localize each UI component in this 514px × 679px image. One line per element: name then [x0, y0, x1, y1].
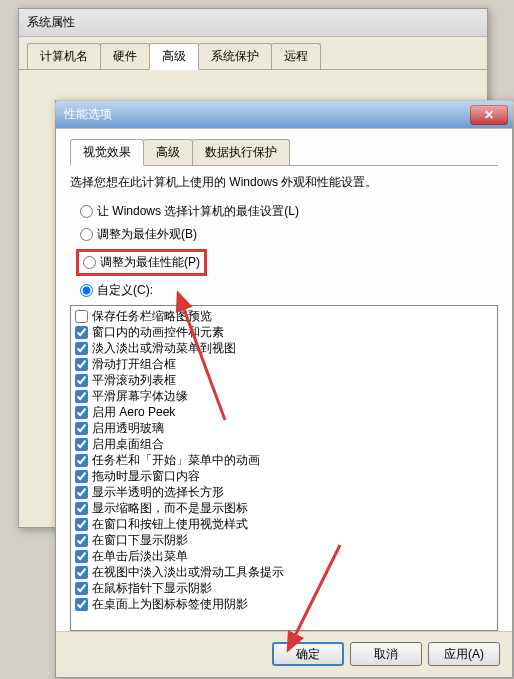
- perf-description: 选择您想在此计算机上使用的 Windows 外观和性能设置。: [70, 174, 498, 191]
- effect-item[interactable]: 在视图中淡入淡出或滑动工具条提示: [73, 564, 495, 580]
- effect-item[interactable]: 启用透明玻璃: [73, 420, 495, 436]
- sysprop-titlebar: 系统属性: [19, 9, 487, 37]
- effect-checkbox[interactable]: [75, 502, 88, 515]
- effect-label: 在窗口下显示阴影: [92, 532, 188, 548]
- dialog-button-row: 确定 取消 应用(A): [56, 631, 512, 676]
- effect-label: 在单击后淡出菜单: [92, 548, 188, 564]
- effect-label: 启用透明玻璃: [92, 420, 164, 436]
- effect-label: 窗口内的动画控件和元素: [92, 324, 224, 340]
- effect-label: 拖动时显示窗口内容: [92, 468, 200, 484]
- effect-checkbox[interactable]: [75, 374, 88, 387]
- effect-label: 任务栏和「开始」菜单中的动画: [92, 452, 260, 468]
- radio-custom-label: 自定义(C):: [97, 282, 153, 299]
- effect-checkbox[interactable]: [75, 598, 88, 611]
- tab-computer-name[interactable]: 计算机名: [27, 43, 101, 69]
- radio-custom-input[interactable]: [80, 284, 93, 297]
- radio-best-performance-label: 调整为最佳性能(P): [100, 254, 200, 271]
- effects-checklist[interactable]: 保存任务栏缩略图预览窗口内的动画控件和元素淡入淡出或滑动菜单到视图滑动打开组合框…: [70, 305, 498, 631]
- effect-checkbox[interactable]: [75, 390, 88, 403]
- effect-checkbox[interactable]: [75, 454, 88, 467]
- perf-title: 性能选项: [64, 106, 112, 123]
- effect-checkbox[interactable]: [75, 406, 88, 419]
- effect-checkbox[interactable]: [75, 518, 88, 531]
- effect-checkbox[interactable]: [75, 550, 88, 563]
- radio-let-windows-label: 让 Windows 选择计算机的最佳设置(L): [97, 203, 299, 220]
- effect-label: 平滑滚动列表框: [92, 372, 176, 388]
- effect-label: 滑动打开组合框: [92, 356, 176, 372]
- effect-label: 在鼠标指针下显示阴影: [92, 580, 212, 596]
- radio-best-appearance-input[interactable]: [80, 228, 93, 241]
- effect-item[interactable]: 平滑屏幕字体边缘: [73, 388, 495, 404]
- effect-item[interactable]: 在桌面上为图标标签使用阴影: [73, 596, 495, 612]
- effect-item[interactable]: 任务栏和「开始」菜单中的动画: [73, 452, 495, 468]
- effect-checkbox[interactable]: [75, 582, 88, 595]
- effect-checkbox[interactable]: [75, 486, 88, 499]
- effect-label: 显示缩略图，而不是显示图标: [92, 500, 248, 516]
- effect-checkbox[interactable]: [75, 342, 88, 355]
- tab-remote[interactable]: 远程: [271, 43, 321, 69]
- effect-label: 在视图中淡入淡出或滑动工具条提示: [92, 564, 284, 580]
- tab-hardware[interactable]: 硬件: [100, 43, 150, 69]
- effect-label: 在窗口和按钮上使用视觉样式: [92, 516, 248, 532]
- perf-content: 视觉效果 高级 数据执行保护 选择您想在此计算机上使用的 Windows 外观和…: [56, 129, 512, 631]
- highlight-best-performance: 调整为最佳性能(P): [76, 249, 207, 276]
- radio-custom[interactable]: 自定义(C):: [70, 282, 498, 299]
- ok-button[interactable]: 确定: [272, 642, 344, 666]
- effect-label: 平滑屏幕字体边缘: [92, 388, 188, 404]
- effect-item[interactable]: 滑动打开组合框: [73, 356, 495, 372]
- close-button[interactable]: ✕: [470, 105, 508, 125]
- sysprop-tabs: 计算机名 硬件 高级 系统保护 远程: [19, 37, 487, 70]
- tab-system-protection[interactable]: 系统保护: [198, 43, 272, 69]
- effect-item[interactable]: 启用 Aero Peek: [73, 404, 495, 420]
- effect-checkbox[interactable]: [75, 438, 88, 451]
- effect-label: 在桌面上为图标标签使用阴影: [92, 596, 248, 612]
- radio-best-appearance[interactable]: 调整为最佳外观(B): [70, 226, 498, 243]
- effect-item[interactable]: 窗口内的动画控件和元素: [73, 324, 495, 340]
- effect-item[interactable]: 显示半透明的选择长方形: [73, 484, 495, 500]
- effect-label: 显示半透明的选择长方形: [92, 484, 224, 500]
- cancel-button[interactable]: 取消: [350, 642, 422, 666]
- effect-checkbox[interactable]: [75, 422, 88, 435]
- radio-let-windows-input[interactable]: [80, 205, 93, 218]
- effect-item[interactable]: 在鼠标指针下显示阴影: [73, 580, 495, 596]
- subtab-dep[interactable]: 数据执行保护: [192, 139, 290, 165]
- effect-checkbox[interactable]: [75, 326, 88, 339]
- subtab-advanced[interactable]: 高级: [143, 139, 193, 165]
- effect-item[interactable]: 拖动时显示窗口内容: [73, 468, 495, 484]
- tab-advanced[interactable]: 高级: [149, 43, 199, 70]
- effect-item[interactable]: 启用桌面组合: [73, 436, 495, 452]
- subtab-visual-effects[interactable]: 视觉效果: [70, 139, 144, 166]
- effect-item[interactable]: 在窗口下显示阴影: [73, 532, 495, 548]
- effect-label: 保存任务栏缩略图预览: [92, 308, 212, 324]
- effect-checkbox[interactable]: [75, 358, 88, 371]
- effect-item[interactable]: 平滑滚动列表框: [73, 372, 495, 388]
- effect-label: 淡入淡出或滑动菜单到视图: [92, 340, 236, 356]
- radio-best-performance-input[interactable]: [83, 256, 96, 269]
- perf-subtabs: 视觉效果 高级 数据执行保护: [70, 139, 498, 166]
- close-icon: ✕: [484, 108, 494, 122]
- effect-checkbox[interactable]: [75, 310, 88, 323]
- effect-checkbox[interactable]: [75, 534, 88, 547]
- effect-item[interactable]: 显示缩略图，而不是显示图标: [73, 500, 495, 516]
- sysprop-title: 系统属性: [27, 14, 75, 31]
- effect-item[interactable]: 在单击后淡出菜单: [73, 548, 495, 564]
- apply-button[interactable]: 应用(A): [428, 642, 500, 666]
- performance-options-window: 性能选项 ✕ 视觉效果 高级 数据执行保护 选择您想在此计算机上使用的 Wind…: [55, 100, 513, 678]
- perf-titlebar: 性能选项 ✕: [56, 101, 512, 129]
- effect-label: 启用 Aero Peek: [92, 404, 175, 420]
- effect-checkbox[interactable]: [75, 566, 88, 579]
- effect-item[interactable]: 淡入淡出或滑动菜单到视图: [73, 340, 495, 356]
- effect-item[interactable]: 在窗口和按钮上使用视觉样式: [73, 516, 495, 532]
- effect-item[interactable]: 保存任务栏缩略图预览: [73, 308, 495, 324]
- effect-checkbox[interactable]: [75, 470, 88, 483]
- effect-label: 启用桌面组合: [92, 436, 164, 452]
- radio-best-appearance-label: 调整为最佳外观(B): [97, 226, 197, 243]
- radio-let-windows[interactable]: 让 Windows 选择计算机的最佳设置(L): [70, 203, 498, 220]
